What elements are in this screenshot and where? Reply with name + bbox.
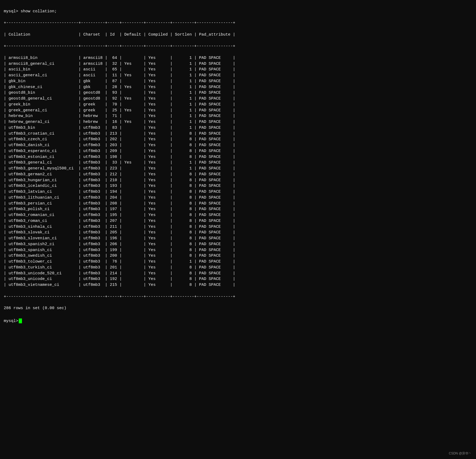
header-row: | Collation | Charset | Id | Default | C… — [4, 32, 235, 37]
data-rows: | armscii8_bin | armscii8 | 64 | | Yes |… — [4, 56, 235, 287]
result-text: 286 rows in set (0.00 sec) — [4, 306, 66, 310]
separator-top: +------------------------------+--------… — [4, 21, 235, 25]
cursor — [19, 318, 22, 323]
command-line: mysql> show collation; — [4, 9, 57, 14]
prompt-text: mysql> — [4, 318, 18, 324]
watermark: CSDN @异华丶 — [449, 451, 472, 456]
separator-mid: +------------------------------+--------… — [4, 44, 235, 48]
separator-bottom: +------------------------------+--------… — [4, 294, 235, 299]
prompt-line: mysql> — [4, 318, 472, 324]
terminal-output: mysql> show collation; +----------------… — [4, 3, 472, 317]
